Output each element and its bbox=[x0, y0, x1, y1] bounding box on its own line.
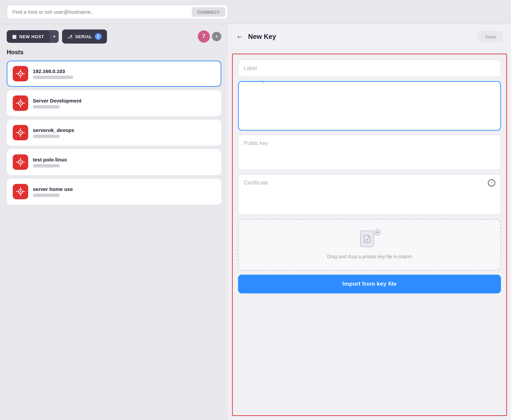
host-name: serverok_devops bbox=[33, 127, 74, 133]
host-sub bbox=[33, 135, 60, 138]
badge-count: 7 bbox=[198, 30, 210, 43]
top-bar: CONNECT bbox=[0, 0, 511, 24]
host-item[interactable]: Server Development bbox=[7, 90, 221, 116]
drag-drop-area[interactable]: + Drag and drop a private key file to im… bbox=[238, 219, 501, 271]
plus-badge: + bbox=[374, 229, 381, 236]
badge-container: 7 + bbox=[198, 30, 221, 43]
host-sub bbox=[33, 164, 60, 167]
host-info: 192.168.0.103 bbox=[33, 68, 73, 79]
host-info: serverok_devops bbox=[33, 127, 74, 138]
new-host-label: NEW HOST bbox=[19, 34, 44, 39]
upload-icon: ↑ bbox=[488, 179, 495, 187]
host-name: 192.168.0.103 bbox=[33, 68, 73, 74]
drag-text: Drag and drop a private key file to impo… bbox=[327, 254, 412, 259]
hosts-title: Hosts bbox=[7, 49, 221, 56]
host-info: Server Development bbox=[33, 98, 81, 109]
label-input[interactable] bbox=[238, 60, 501, 77]
toolbar: ▦ NEW HOST ▾ ⎇ SERIAL 1 7 + bbox=[7, 29, 221, 44]
host-info: test polo linux bbox=[33, 157, 67, 167]
host-icon bbox=[13, 184, 28, 199]
host-name: Server Development bbox=[33, 98, 81, 103]
right-panel: ← New Key Save Private key * bbox=[228, 24, 511, 420]
svg-point-9 bbox=[20, 102, 21, 104]
host-item[interactable]: test polo linux bbox=[7, 149, 221, 175]
host-name: server home use bbox=[33, 186, 73, 192]
public-key-input[interactable] bbox=[238, 135, 501, 168]
right-header: ← New Key Save bbox=[228, 24, 511, 50]
search-container: CONNECT bbox=[7, 5, 228, 19]
import-from-key-file-button[interactable]: Import from key file bbox=[238, 275, 501, 293]
host-icon bbox=[13, 66, 28, 81]
main-content: ▦ NEW HOST ▾ ⎇ SERIAL 1 7 + Hosts bbox=[0, 24, 511, 420]
host-icon bbox=[13, 154, 28, 170]
hosts-section: Hosts bbox=[7, 49, 221, 415]
host-item[interactable]: server home use bbox=[7, 179, 221, 205]
monitor-icon: ▦ bbox=[12, 34, 17, 39]
serial-count: 1 bbox=[95, 33, 102, 40]
serial-label: SERIAL bbox=[75, 34, 92, 39]
save-button[interactable]: Save bbox=[478, 31, 503, 43]
label-field bbox=[238, 60, 501, 77]
file-icon bbox=[360, 230, 374, 247]
svg-point-30 bbox=[20, 191, 21, 192]
left-panel: ▦ NEW HOST ▾ ⎇ SERIAL 1 7 + Hosts bbox=[0, 24, 228, 420]
serial-button[interactable]: ⎇ SERIAL 1 bbox=[62, 29, 107, 44]
private-key-field: Private key * bbox=[238, 81, 501, 131]
public-key-field bbox=[238, 135, 501, 170]
host-sub bbox=[33, 105, 60, 109]
host-icon bbox=[13, 125, 28, 140]
host-sub bbox=[33, 194, 60, 197]
new-host-button[interactable]: ▦ NEW HOST ▾ bbox=[7, 30, 59, 43]
svg-point-23 bbox=[20, 161, 21, 163]
badge-plus-button[interactable]: + bbox=[212, 32, 221, 41]
private-key-label: Private key * bbox=[243, 81, 269, 83]
form-area: Private key * Certificate ↑ bbox=[232, 54, 507, 416]
chevron-down-icon[interactable]: ▾ bbox=[50, 30, 59, 43]
back-button[interactable]: ← bbox=[236, 32, 243, 41]
host-sub bbox=[33, 76, 73, 79]
host-item[interactable]: 192.168.0.103 bbox=[7, 61, 221, 87]
required-indicator: * bbox=[266, 81, 268, 83]
svg-point-2 bbox=[20, 73, 21, 74]
private-key-input[interactable] bbox=[239, 82, 500, 129]
page-title: New Key bbox=[248, 33, 473, 41]
host-name: test polo linux bbox=[33, 157, 67, 162]
host-item[interactable]: serverok_devops bbox=[7, 120, 221, 146]
usb-icon: ⎇ bbox=[67, 34, 73, 39]
drag-icon: + bbox=[360, 230, 379, 249]
host-icon bbox=[13, 95, 28, 111]
certificate-label: Certificate bbox=[244, 180, 485, 186]
host-list: 192.168.0.103 bbox=[7, 61, 221, 205]
svg-point-16 bbox=[20, 132, 21, 133]
connect-button[interactable]: CONNECT bbox=[192, 7, 225, 17]
host-info: server home use bbox=[33, 186, 73, 197]
certificate-field: Certificate ↑ bbox=[238, 174, 501, 215]
